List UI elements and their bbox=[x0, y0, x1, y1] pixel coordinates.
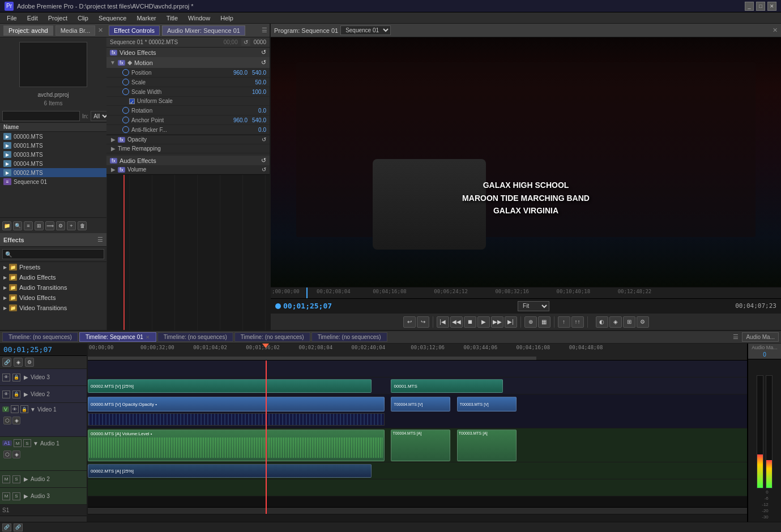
ec-reset-button[interactable]: ↺ bbox=[241, 38, 250, 46]
timeline-settings-button[interactable]: ⚙ bbox=[25, 358, 34, 367]
opacity-label[interactable]: Opacity bbox=[127, 136, 147, 143]
track-eye-icon[interactable]: 👁 bbox=[2, 391, 10, 398]
menu-edit[interactable]: Edit bbox=[23, 14, 42, 23]
track-mute-icon[interactable]: M bbox=[14, 439, 22, 447]
close-button[interactable]: ✕ bbox=[767, 2, 776, 11]
multitrack-button[interactable]: ⊞ bbox=[623, 316, 635, 328]
track-solo-icon[interactable]: S bbox=[12, 492, 20, 500]
overwrite-button[interactable]: ▦ bbox=[538, 316, 550, 328]
audio-output-button[interactable]: ◈ bbox=[12, 451, 20, 458]
anchor-y-value[interactable]: 540.0 bbox=[252, 117, 266, 123]
time-remap-label[interactable]: Time Remapping bbox=[118, 145, 161, 152]
anchor-keyframe-icon[interactable] bbox=[122, 117, 129, 123]
volume-label[interactable]: Volume bbox=[127, 166, 146, 173]
audio-transitions-category[interactable]: ▶ 📁 Audio Transitions bbox=[0, 282, 106, 293]
effects-search-input[interactable] bbox=[2, 249, 104, 259]
step-forward-button[interactable]: ▶| bbox=[505, 316, 517, 328]
fast-forward-button[interactable]: ▶▶ bbox=[491, 316, 503, 328]
fit-select[interactable]: Fit 25% 50% 100% bbox=[518, 301, 549, 311]
position-keyframe-icon[interactable] bbox=[122, 69, 129, 76]
ec-menu-icon[interactable]: ☰ bbox=[262, 27, 267, 34]
menu-window[interactable]: Window bbox=[183, 14, 215, 23]
clip-00002-v2[interactable]: 00002.MTS [V] [25%] bbox=[88, 379, 372, 393]
position-x-value[interactable]: 960.0 bbox=[225, 70, 247, 76]
file-item-00004[interactable]: ▶ 00004.MTS bbox=[0, 159, 106, 168]
menu-help[interactable]: Help bbox=[216, 14, 238, 23]
effects-menu-icon[interactable]: ☰ bbox=[97, 236, 103, 243]
timeline-tab-5[interactable]: Timeline: (no sequences) bbox=[311, 332, 387, 342]
rotation-value[interactable]: 0.0 bbox=[244, 108, 266, 114]
video-effects-category[interactable]: ▶ 📁 Video Effects bbox=[0, 293, 106, 303]
motion-reset-icon[interactable]: ↺ bbox=[261, 59, 266, 66]
lift-button[interactable]: ↑ bbox=[558, 316, 570, 328]
file-item-seq01[interactable]: ≡ Sequence 01 bbox=[0, 177, 106, 186]
monitor-close-icon[interactable]: ✕ bbox=[773, 27, 778, 34]
track-eye-icon[interactable]: 👁 bbox=[11, 405, 19, 413]
clip-00003-a1[interactable]: T00003.MTS [A] bbox=[457, 430, 517, 461]
video-transitions-category[interactable]: ▶ 📁 Video Transitions bbox=[0, 303, 106, 313]
uniform-scale-checkbox[interactable]: ✓ bbox=[129, 98, 135, 104]
anti-flicker-keyframe-icon[interactable] bbox=[122, 126, 129, 133]
track-lock-icon[interactable]: 🔒 bbox=[12, 374, 20, 381]
delete-button[interactable]: 🗑 bbox=[78, 221, 87, 230]
menu-sequence[interactable]: Sequence bbox=[94, 14, 131, 23]
settings-button[interactable]: ⚙ bbox=[56, 221, 65, 230]
snapping-button[interactable]: 🔗 bbox=[2, 524, 11, 531]
maximize-button[interactable]: □ bbox=[756, 2, 765, 11]
find-button[interactable]: 🔍 bbox=[13, 221, 22, 230]
track-lock-icon[interactable]: 🔒 bbox=[20, 405, 28, 413]
menu-marker[interactable]: Marker bbox=[132, 14, 160, 23]
menu-file[interactable]: File bbox=[2, 14, 22, 23]
track-solo-icon[interactable]: S bbox=[23, 439, 31, 447]
volume-reset-icon[interactable]: ↺ bbox=[262, 166, 266, 173]
timeline-tab-seq01[interactable]: Timeline: Sequence 01 ✕ bbox=[79, 332, 156, 342]
anchor-x-value[interactable]: 960.0 bbox=[225, 117, 247, 123]
marker-button[interactable]: ◈ bbox=[609, 316, 622, 328]
track-mute-icon[interactable]: M bbox=[2, 475, 10, 483]
file-item-00002[interactable]: ▶ 00002.MTS bbox=[0, 168, 106, 177]
snap-button[interactable]: 🔗 bbox=[2, 358, 11, 367]
file-item-00001[interactable]: ▶ 00001.MTS bbox=[0, 141, 106, 150]
clip-00004-a1[interactable]: T00004.MTS [A] bbox=[391, 430, 450, 461]
clip-00000-a1[interactable]: 00000.MTS [A] Volume:Level • bbox=[88, 430, 385, 461]
rotation-keyframe-icon[interactable] bbox=[122, 107, 129, 114]
timeline-tab-1[interactable]: Timeline: (no sequences) bbox=[2, 332, 78, 342]
position-y-value[interactable]: 540.0 bbox=[252, 70, 266, 76]
audio-effects-reset-icon[interactable]: ↺ bbox=[261, 157, 266, 164]
timeline-menu-icon[interactable]: ☰ bbox=[731, 332, 741, 342]
timeline-tab-3[interactable]: Timeline: (no sequences) bbox=[157, 332, 233, 342]
audio-sync-button[interactable]: ⬡ bbox=[3, 451, 11, 458]
timeline-tab-close-icon[interactable]: ✕ bbox=[146, 334, 150, 340]
play-stop-button[interactable]: ⏹ bbox=[464, 316, 476, 328]
in-select[interactable]: All bbox=[91, 111, 106, 121]
extract-button[interactable]: ↑↑ bbox=[571, 316, 584, 328]
play-button[interactable]: ▶ bbox=[477, 316, 490, 328]
scale-value[interactable]: 50.0 bbox=[244, 79, 266, 85]
track-solo-icon[interactable]: S bbox=[12, 475, 20, 483]
scale-width-value[interactable]: 100.0 bbox=[244, 89, 266, 95]
rewind-button[interactable]: ◀◀ bbox=[450, 316, 463, 328]
clip-00001-v2[interactable]: 00001.MTS bbox=[391, 379, 503, 393]
audio-mixer-tab[interactable]: Audio Mixer: Sequence 01 bbox=[162, 25, 245, 36]
settings-button[interactable]: ⚙ bbox=[637, 316, 649, 328]
effect-controls-tab[interactable]: Effect Controls bbox=[109, 25, 160, 36]
new-bin-button[interactable]: 📁 bbox=[2, 221, 11, 230]
sync-lock-button[interactable]: ⬡ bbox=[3, 417, 11, 424]
scale-width-keyframe-icon[interactable] bbox=[122, 88, 129, 95]
track-eye-icon[interactable]: 👁 bbox=[2, 374, 10, 381]
audio-effects-category[interactable]: ▶ 📁 Audio Effects bbox=[0, 272, 106, 282]
project-search-input[interactable] bbox=[2, 111, 80, 121]
list-view-button[interactable]: ≡ bbox=[24, 221, 33, 230]
file-item-00000[interactable]: ▶ 00000.MTS bbox=[0, 132, 106, 141]
trim-button[interactable]: ◐ bbox=[596, 316, 608, 328]
anti-flicker-value[interactable]: 0.0 bbox=[244, 127, 266, 133]
timeline-h-scrollbar[interactable] bbox=[88, 514, 747, 522]
ve-reset-icon[interactable]: ↺ bbox=[261, 49, 266, 56]
scale-keyframe-icon[interactable] bbox=[122, 79, 129, 85]
timeline-tab-4[interactable]: Timeline: (no sequences) bbox=[234, 332, 310, 342]
program-monitor-dropdown[interactable]: Sequence 01 bbox=[340, 25, 391, 35]
clip-00000-v1[interactable]: 00000.MTS [V] Opacity:Opacity • bbox=[88, 397, 385, 411]
track-lock-icon[interactable]: 🔒 bbox=[12, 391, 20, 398]
menu-clip[interactable]: Clip bbox=[73, 14, 93, 23]
unloop-button[interactable]: ↪ bbox=[417, 316, 429, 328]
